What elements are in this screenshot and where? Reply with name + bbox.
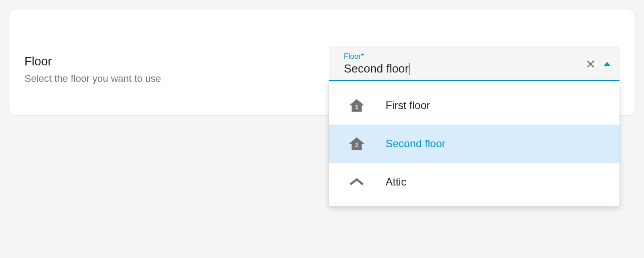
svg-text:1: 1 (355, 104, 358, 111)
floor-option-label: Attic (386, 176, 407, 188)
floor-option-label: First floor (386, 99, 430, 112)
floor-option-attic[interactable]: Attic (329, 163, 620, 201)
house-1-icon: 1 (349, 99, 364, 112)
section-title: Floor (24, 55, 311, 69)
floor-select[interactable]: Floor* Second floor (329, 46, 620, 81)
section-subtitle: Select the floor you want to use (24, 73, 311, 85)
floor-select-wrapper: Floor* Second floor 1 First floor (329, 46, 620, 81)
floor-dropdown: 1 First floor 2 Second floor Attic (329, 81, 620, 206)
roof-icon (349, 175, 364, 189)
section-description: Floor Select the floor you want to use (24, 24, 311, 85)
dropdown-toggle-icon[interactable] (604, 62, 611, 66)
floor-option-first-floor[interactable]: 1 First floor (329, 86, 620, 125)
floor-option-second-floor[interactable]: 2 Second floor (329, 125, 620, 163)
house-2-icon: 2 (349, 137, 364, 150)
floor-option-label: Second floor (386, 137, 446, 150)
svg-text:2: 2 (355, 142, 358, 149)
floor-select-text: Floor* Second floor (344, 52, 586, 76)
clear-icon[interactable] (586, 59, 596, 69)
floor-selector-card: Floor Select the floor you want to use F… (9, 9, 635, 116)
floor-select-icons (586, 59, 611, 69)
floor-select-value: Second floor (344, 62, 409, 76)
floor-select-label: Floor* (344, 52, 586, 61)
